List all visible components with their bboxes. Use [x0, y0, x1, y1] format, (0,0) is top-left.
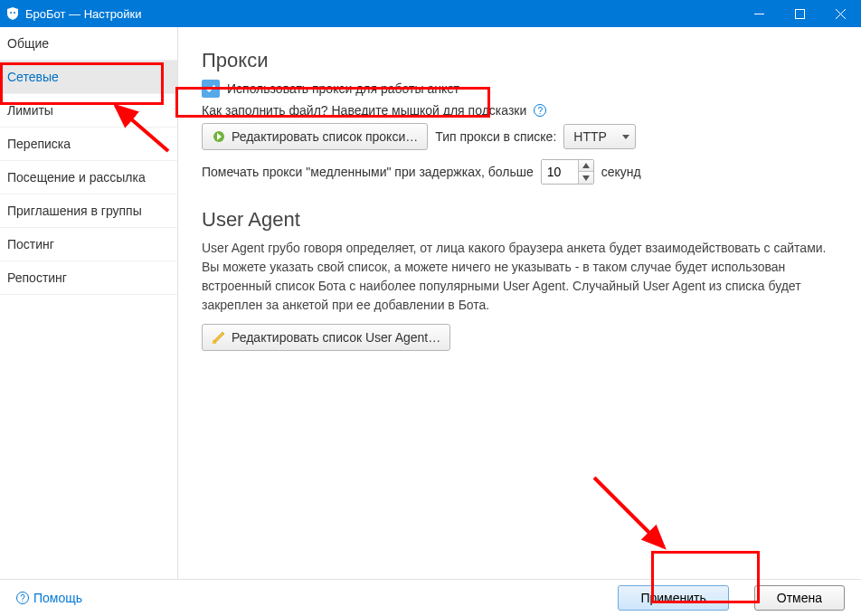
chevron-down-icon	[622, 135, 629, 139]
sidebar-item-visiting[interactable]: Посещение и рассылка	[0, 161, 177, 194]
apply-button[interactable]: Применить	[618, 585, 728, 611]
window-title: БроБот — Настройки	[25, 7, 141, 21]
edit-user-agent-list-label: Редактировать список User Agent…	[232, 330, 440, 345]
svg-point-1	[14, 12, 15, 14]
fill-hint-text: Как заполнить файл? Наведите мышкой для …	[202, 103, 526, 118]
footer: ? Помощь Применить Отмена	[0, 579, 861, 616]
edit-icon	[212, 129, 226, 144]
sidebar-item-messaging[interactable]: Переписка	[0, 128, 177, 161]
annotation-arrow-apply	[587, 470, 677, 561]
proxy-type-value: HTTP	[573, 129, 607, 144]
delay-input[interactable]	[542, 160, 578, 184]
sidebar-item-limits[interactable]: Лимиты	[0, 94, 177, 128]
svg-rect-2	[754, 14, 764, 14]
help-hint-icon[interactable]: ?	[534, 104, 546, 117]
minimize-button[interactable]	[739, 0, 780, 27]
sidebar-item-general[interactable]: Общие	[0, 27, 177, 61]
help-label: Помощь	[33, 591, 82, 605]
spinner-down[interactable]	[579, 172, 593, 184]
sidebar-item-group-invites[interactable]: Приглашения в группы	[0, 194, 177, 228]
app-icon	[5, 6, 20, 21]
close-button[interactable]	[820, 0, 861, 27]
proxy-type-label: Тип прокси в списке:	[435, 129, 556, 144]
mark-slow-prefix: Помечать прокси "медленными" при задержк…	[202, 165, 534, 179]
use-proxy-checkbox[interactable]	[202, 80, 220, 98]
maximize-button[interactable]	[780, 0, 820, 27]
svg-line-6	[594, 478, 664, 547]
content-pane: Прокси Использовать прокси для работы ан…	[178, 27, 861, 579]
use-proxy-label: Использовать прокси для работы анкет	[227, 81, 459, 96]
user-agent-description: User Agent грубо говоря определяет, от л…	[202, 239, 837, 315]
proxy-heading: Прокси	[202, 49, 837, 72]
svg-rect-3	[796, 9, 805, 18]
svg-point-0	[10, 12, 12, 14]
sidebar-item-reposting[interactable]: Репостинг	[0, 261, 177, 295]
sidebar-item-network[interactable]: Сетевые	[0, 61, 177, 94]
window-controls	[739, 0, 861, 27]
help-icon: ?	[16, 592, 29, 604]
edit-proxy-list-label: Редактировать список прокси…	[232, 129, 418, 144]
mark-slow-suffix: секунд	[601, 165, 641, 179]
delay-spinner[interactable]	[541, 159, 594, 185]
sidebar: Общие Сетевые Лимиты Переписка Посещение…	[0, 27, 178, 579]
sidebar-item-posting[interactable]: Постинг	[0, 228, 177, 261]
cancel-button[interactable]: Отмена	[754, 585, 845, 611]
pencil-icon	[212, 330, 226, 345]
spinner-up[interactable]	[579, 160, 593, 172]
help-link[interactable]: ? Помощь	[16, 591, 82, 605]
edit-proxy-list-button[interactable]: Редактировать список прокси…	[202, 123, 428, 150]
user-agent-heading: User Agent	[202, 208, 837, 232]
titlebar: БроБот — Настройки	[0, 0, 861, 27]
proxy-type-select[interactable]: HTTP	[563, 124, 636, 149]
edit-user-agent-list-button[interactable]: Редактировать список User Agent…	[202, 324, 450, 351]
